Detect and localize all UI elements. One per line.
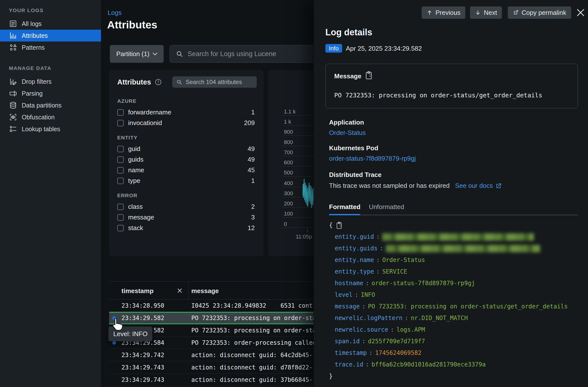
attribute-label: message [128, 213, 154, 221]
sidebar-item-parsing[interactable]: Parsing [0, 88, 101, 99]
column-header-timestamp[interactable]: timestamp [122, 287, 153, 295]
tab-unformatted[interactable]: Unformatted [369, 203, 404, 211]
json-field: hostname:order-status-7f8d897879-rp9gj [329, 277, 568, 289]
checkbox[interactable] [117, 204, 124, 210]
log-timestamp: 23:34:29.582 [122, 315, 164, 321]
copy-clipboard-icon[interactable] [365, 71, 373, 80]
sidebar-item-label: Parsing [22, 90, 43, 97]
previous-button[interactable]: Previous [422, 6, 465, 19]
attribute-group-entity: ENTITY guid 49 guids 49 name 45 type 1 [109, 135, 264, 186]
attribute-row[interactable]: stack 12 [109, 223, 264, 233]
chevron-down-icon [153, 53, 157, 55]
sidebar-item-label: All logs [22, 20, 42, 27]
json-value: Order-Status [382, 256, 425, 263]
attribute-group-azure: AZURE forwardername 1 invocationid 209 [109, 98, 264, 128]
help-icon[interactable]: ? [154, 78, 162, 86]
checkbox[interactable] [117, 167, 124, 174]
sidebar-item-label: Obfuscation [22, 114, 55, 121]
sidebar-item-data-partitions[interactable]: Data partitions [0, 99, 101, 111]
sidebar-item-all-logs[interactable]: All logs [0, 18, 101, 30]
checkbox[interactable] [117, 146, 124, 152]
close-icon[interactable] [576, 8, 585, 17]
remove-column-icon[interactable] [176, 287, 183, 294]
column-header-message[interactable]: message [191, 287, 219, 295]
attribute-row[interactable]: guids 49 [109, 154, 264, 165]
checkbox[interactable] [117, 120, 124, 126]
json-field: newrelic.logPattern:nr.DID_NOT_MATCH [329, 312, 568, 324]
application-link[interactable]: Order-Status [329, 129, 366, 137]
attributes-search[interactable] [172, 76, 257, 88]
distributed-trace-text: This trace was not sampled or has expire… [329, 182, 449, 190]
application-label: Application [329, 119, 364, 126]
attribute-group-title: AZURE [117, 98, 264, 104]
attribute-label: guid [128, 145, 140, 153]
see-our-docs-link[interactable]: See our docs [455, 182, 502, 190]
json-value: d255f709e7d719f7 [368, 338, 425, 345]
json-key: newrelic.source [335, 326, 388, 333]
attribute-row[interactable]: invocationid 209 [109, 118, 264, 128]
checkbox[interactable] [117, 109, 124, 116]
message-text: PO 7232353: processing on order-status/g… [334, 92, 542, 99]
attributes-search-input[interactable] [185, 78, 253, 86]
checkbox[interactable] [117, 214, 124, 221]
breadcrumb-logs-link[interactable]: Logs [108, 9, 122, 17]
attribute-row[interactable]: name 45 [109, 165, 264, 176]
sidebar-item-obfuscation[interactable]: Obfuscation [0, 111, 101, 123]
json-colon: : [369, 349, 373, 356]
next-button-label: Next [484, 9, 497, 17]
json-value: INFO [361, 291, 375, 298]
permalink-icon [513, 10, 519, 16]
attribute-count: 49 [248, 145, 255, 153]
attribute-group-error: ERROR class 2 message 3 stack 12 [109, 193, 264, 233]
attribute-row[interactable]: type 1 [109, 176, 264, 186]
copy-clipboard-icon[interactable] [336, 221, 342, 229]
json-key: entity.guid [335, 233, 374, 240]
json-colon: : [366, 280, 369, 287]
log-details-panel: Previous Next Copy permalink Log details… [314, 0, 588, 387]
sidebar-section-title: MANAGE DATA [9, 65, 101, 71]
json-field: entity.guids: [329, 243, 568, 254]
sidebar-item-attributes[interactable]: Attributes [0, 30, 101, 42]
attribute-group-title: ERROR [117, 193, 264, 198]
message-label: Message [334, 72, 361, 80]
json-colon: : [391, 326, 394, 333]
attribute-row[interactable]: forwardername 1 [109, 107, 264, 118]
json-key: message [335, 303, 360, 310]
y-axis-tick: 200 [284, 200, 293, 207]
json-value: 1745624069582 [375, 349, 422, 356]
attribute-count: 1 [251, 109, 255, 116]
kubernetes-pod-link[interactable]: order-status-7f8d897879-rp9gj [329, 155, 416, 162]
log-message: PO 7232353: order-processing called [191, 339, 316, 346]
json-field: entity.guid: [329, 231, 568, 243]
json-open-brace: { [329, 219, 333, 231]
json-field: entity.type:SERVICE [329, 266, 568, 277]
json-key: timestamp [335, 349, 367, 356]
attribute-row[interactable]: guid 49 [109, 144, 264, 154]
sidebar-item-drop-filters[interactable]: Drop filters [0, 76, 101, 88]
sidebar-item-lookup-tables[interactable]: Lookup tables [0, 123, 101, 135]
log-message: action: disconnect guid: d78f8d22- [191, 364, 313, 371]
checkbox[interactable] [117, 225, 124, 231]
json-close-brace: } [329, 370, 568, 382]
sidebar-section-title: YOUR LOGS [9, 7, 101, 13]
sidebar-item-label: Data partitions [22, 102, 62, 109]
next-button[interactable]: Next [470, 6, 502, 19]
sidebar-item-label: Attributes [22, 32, 48, 39]
sidebar-item-patterns[interactable]: Patterns [0, 42, 101, 53]
shapes-pattern-icon [9, 43, 17, 52]
json-field: newrelic.source:logs.APM [329, 324, 568, 336]
json-colon: : [362, 303, 365, 310]
y-axis-tick: 900 [284, 129, 293, 135]
copy-permalink-button[interactable]: Copy permalink [508, 6, 571, 19]
y-axis-tick: 300 [284, 190, 293, 197]
partition-dropdown[interactable]: Partition (1) [110, 45, 164, 63]
attribute-label: invocationid [128, 119, 162, 127]
tab-formatted[interactable]: Formatted [329, 203, 360, 211]
json-field: level:INFO [329, 289, 568, 301]
attribute-count: 49 [248, 156, 255, 163]
attribute-row[interactable]: message 3 [109, 212, 264, 223]
checkbox[interactable] [117, 157, 124, 163]
checkbox[interactable] [117, 178, 124, 184]
json-colon: : [380, 245, 383, 252]
attribute-row[interactable]: class 2 [109, 201, 264, 212]
